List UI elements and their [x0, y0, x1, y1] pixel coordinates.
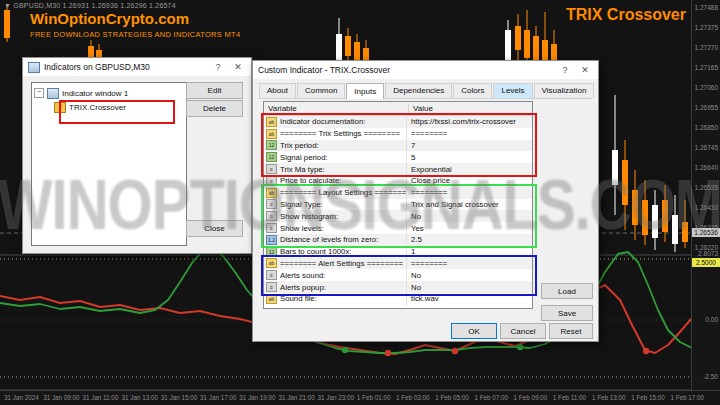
tab-colors[interactable]: Colors: [453, 83, 492, 98]
param-type-icon: 12: [266, 247, 277, 257]
param-value[interactable]: 2.5: [407, 235, 532, 244]
tab-dependencies[interactable]: Dependencies: [385, 83, 452, 98]
param-value[interactable]: 5: [407, 153, 532, 162]
ok-button[interactable]: OK: [451, 323, 497, 339]
param-row[interactable]: ≡Alerts popup:No: [264, 281, 532, 293]
time-axis-label: 1 Feb 17:00: [670, 394, 704, 401]
param-row[interactable]: abSound file:tick.wav: [264, 293, 532, 305]
tab-visualization[interactable]: Visualization: [534, 83, 595, 98]
tree-item-label: Indicator window 1: [62, 89, 128, 98]
param-value[interactable]: 1: [407, 247, 532, 256]
candlestick: [672, 215, 678, 244]
price-scale[interactable]: 1.274881.273751.272701.271651.270601.269…: [691, 0, 720, 390]
level-value-badge: 2.5000: [692, 258, 720, 267]
sell-signal-dot: [385, 350, 391, 356]
price-scale-label: 1.27270: [695, 44, 719, 51]
param-row[interactable]: ≡Price to calculate:Close price: [264, 175, 532, 187]
param-value[interactable]: 7: [407, 141, 532, 150]
tab-about[interactable]: About: [259, 83, 296, 98]
time-axis-label: 31 Jan 09:00: [43, 394, 79, 401]
param-type-icon: ab: [266, 129, 277, 139]
candlestick: [612, 150, 618, 185]
indicators-dialog-titlebar[interactable]: Indicators on GBPUSD,M30 ? ✕: [23, 58, 251, 76]
candlestick: [524, 30, 530, 58]
sell-signal-dot: [643, 348, 649, 354]
param-type-icon: ≡: [266, 199, 277, 209]
param-name: 12Bars to count 1000x:: [264, 246, 407, 258]
reset-button[interactable]: Reset: [549, 323, 593, 339]
brand-link[interactable]: WinOptionCrypto.com: [30, 10, 189, 27]
cancel-button[interactable]: Cancel: [500, 323, 546, 339]
param-name: ≡Show histogram:: [264, 210, 407, 222]
custom-dialog-titlebar[interactable]: Custom Indicator - TRIX.Crossover ? ✕: [253, 61, 598, 79]
param-row[interactable]: ab======== Layout Settings =============…: [264, 187, 532, 199]
param-name: ab======== Trix Settings ========: [264, 128, 407, 140]
time-axis-label: 31 Jan 15:00: [161, 394, 197, 401]
help-icon[interactable]: ?: [557, 63, 573, 77]
param-type-icon: 12: [266, 152, 277, 162]
tree-item-indicator-window[interactable]: − Indicator window 1: [34, 86, 184, 100]
param-value[interactable]: tick.wav: [407, 294, 532, 303]
dialog-tabs: AboutCommonInputsDependenciesColorsLevel…: [259, 82, 592, 99]
close-button[interactable]: Close: [186, 220, 243, 237]
time-axis-label: 31 Jan 19:00: [239, 394, 275, 401]
param-type-icon: ≡: [266, 176, 277, 186]
param-row[interactable]: ≡Signal Type:Trix and Signal crossover: [264, 199, 532, 211]
param-row[interactable]: 12Bars to count 1000x:1: [264, 246, 532, 258]
param-value[interactable]: No: [407, 271, 532, 280]
column-header-variable: Variable: [264, 104, 409, 113]
param-value[interactable]: Close price: [407, 176, 532, 185]
time-axis-label: 1 Feb 07:00: [474, 394, 508, 401]
param-row[interactable]: ab======== Trix Settings ===============…: [264, 128, 532, 140]
param-value[interactable]: No: [407, 283, 532, 292]
chart-indicator-title: TRIX Crossover: [566, 6, 686, 24]
tab-common[interactable]: Common: [297, 83, 345, 98]
price-scale-label: 1.26850: [695, 124, 719, 131]
param-row[interactable]: ≡Alerts sound:No: [264, 269, 532, 281]
candlestick: [642, 200, 648, 235]
indicators-dialog-title: Indicators on GBPUSD,M30: [44, 62, 206, 72]
param-name: ≡Price to calculate:: [264, 175, 407, 187]
param-name: ≡Alerts popup:: [264, 281, 407, 293]
param-value[interactable]: No: [407, 212, 532, 221]
param-name: ab======== Layout Settings ========: [264, 187, 407, 199]
param-row[interactable]: abIndicator documentation:https://fxssi.…: [264, 116, 532, 128]
param-row[interactable]: ≡Trix Ma type:Exponential: [264, 163, 532, 175]
param-row[interactable]: ab======== Alert Settings ==============…: [264, 258, 532, 270]
help-icon[interactable]: ?: [210, 60, 226, 74]
param-name: ≡Show levels:: [264, 222, 407, 234]
save-button[interactable]: Save: [541, 305, 593, 321]
ohlc-readout: ▼ GBPUSD,M30 1.26931 1.26936 1.26296 1.2…: [4, 2, 176, 9]
param-type-icon: ≡: [266, 270, 277, 280]
param-row[interactable]: ≡Show histogram:No: [264, 210, 532, 222]
param-row[interactable]: 12Signal period:5: [264, 151, 532, 163]
load-button[interactable]: Load: [541, 283, 593, 299]
param-row[interactable]: 1.2Distance of levels from zero:2.5: [264, 234, 532, 246]
sell-signal-dot: [452, 348, 458, 354]
param-type-icon: ab: [266, 258, 277, 268]
time-axis[interactable]: 31 Jan 202431 Jan 09:0031 Jan 11:0031 Ja…: [0, 390, 720, 405]
candlestick: [632, 190, 638, 225]
delete-button[interactable]: Delete: [186, 100, 243, 117]
param-value[interactable]: Exponential: [407, 165, 532, 174]
param-row[interactable]: ≡Show levels:Yes: [264, 222, 532, 234]
edit-button[interactable]: Edit: [186, 82, 243, 99]
param-value[interactable]: https://fxssi.com/trix-crossover: [407, 117, 532, 126]
close-icon[interactable]: ✕: [577, 63, 593, 77]
tab-levels[interactable]: Levels: [493, 83, 532, 98]
param-name: 12Trix period:: [264, 140, 407, 152]
param-value[interactable]: ========: [407, 188, 532, 197]
param-value[interactable]: ========: [407, 259, 532, 268]
tab-inputs[interactable]: Inputs: [346, 83, 384, 99]
param-value[interactable]: ========: [407, 129, 532, 138]
close-icon[interactable]: ✕: [230, 60, 246, 74]
param-value[interactable]: Yes: [407, 224, 532, 233]
param-name: ≡Signal Type:: [264, 199, 407, 211]
param-row[interactable]: 12Trix period:7: [264, 140, 532, 152]
param-value[interactable]: Trix and Signal crossover: [407, 200, 532, 209]
time-axis-label: 1 Feb 13:00: [592, 394, 626, 401]
tree-expander-icon[interactable]: −: [34, 88, 44, 98]
candlestick: [354, 42, 360, 60]
param-type-icon: ≡: [266, 282, 277, 292]
candlestick: [662, 200, 668, 232]
